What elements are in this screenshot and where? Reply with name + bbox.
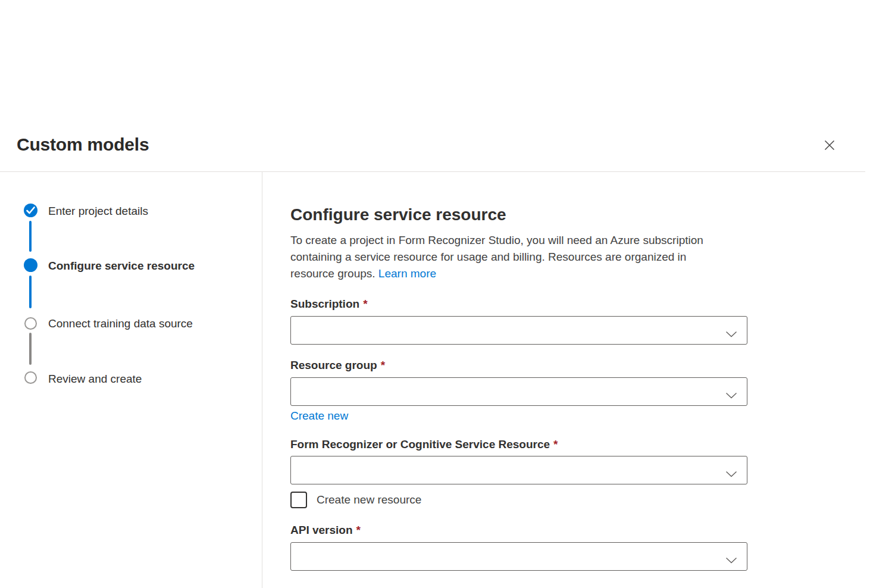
chevron-down-icon <box>725 554 737 567</box>
service-resource-label: Form Recognizer or Cognitive Service Res… <box>290 438 558 451</box>
step-active-circle[interactable] <box>24 258 37 272</box>
configure-service-resource-panel: Configure service resource To create a p… <box>290 205 747 574</box>
create-new-link-row: Create new <box>290 409 348 423</box>
step-connector <box>29 333 32 365</box>
chevron-down-icon <box>725 468 737 480</box>
description-line-prefix: resource groups. <box>290 267 378 280</box>
required-asterisk: * <box>363 298 367 310</box>
dialog-title: Custom models <box>17 133 149 156</box>
close-button[interactable] <box>819 136 840 155</box>
panel-description: To create a project in Form Recognizer S… <box>290 232 703 282</box>
step-upcoming-circle[interactable] <box>24 371 37 384</box>
create-new-resource-label[interactable]: Create new resource <box>317 493 421 506</box>
chevron-down-icon <box>725 328 737 340</box>
subscription-dropdown[interactable] <box>290 316 747 345</box>
step-completed-circle[interactable] <box>24 204 37 217</box>
service-resource-dropdown[interactable] <box>290 456 747 484</box>
sidebar-step-enter-project-details[interactable]: Enter project details <box>48 204 148 218</box>
panel-heading: Configure service resource <box>290 205 506 225</box>
create-new-resource-checkbox[interactable] <box>290 492 307 508</box>
sidebar-step-review-and-create[interactable]: Review and create <box>48 372 142 386</box>
subscription-label: Subscription* <box>290 298 368 311</box>
sidebar-step-configure-service-resource[interactable]: Configure service resource <box>48 259 195 273</box>
resource-group-label: Resource group* <box>290 359 385 372</box>
learn-more-link[interactable]: Learn more <box>378 267 436 280</box>
step-connector <box>29 276 32 308</box>
description-line: To create a project in Form Recognizer S… <box>290 232 703 249</box>
checkmark-icon <box>26 207 35 214</box>
api-version-label: API version* <box>290 524 361 537</box>
header-divider <box>0 171 865 172</box>
resource-group-dropdown[interactable] <box>290 377 747 406</box>
description-line: resource groups. Learn more <box>290 265 703 282</box>
sidebar-step-connect-training-data-source[interactable]: Connect training data source <box>48 317 193 330</box>
required-asterisk: * <box>381 359 385 371</box>
step-upcoming-circle[interactable] <box>24 317 37 330</box>
step-connector <box>29 221 32 252</box>
chevron-down-icon <box>725 389 737 402</box>
api-version-dropdown[interactable] <box>290 542 747 571</box>
required-asterisk: * <box>356 524 361 536</box>
required-asterisk: * <box>553 438 558 451</box>
custom-models-dialog: Custom models Enter project details Conf… <box>0 0 870 588</box>
create-new-link[interactable]: Create new <box>290 409 348 422</box>
sidebar-divider <box>262 172 262 588</box>
close-icon <box>824 139 835 151</box>
create-new-resource-row: Create new resource <box>290 491 421 509</box>
description-line: containing a service resource for usage … <box>290 249 703 265</box>
